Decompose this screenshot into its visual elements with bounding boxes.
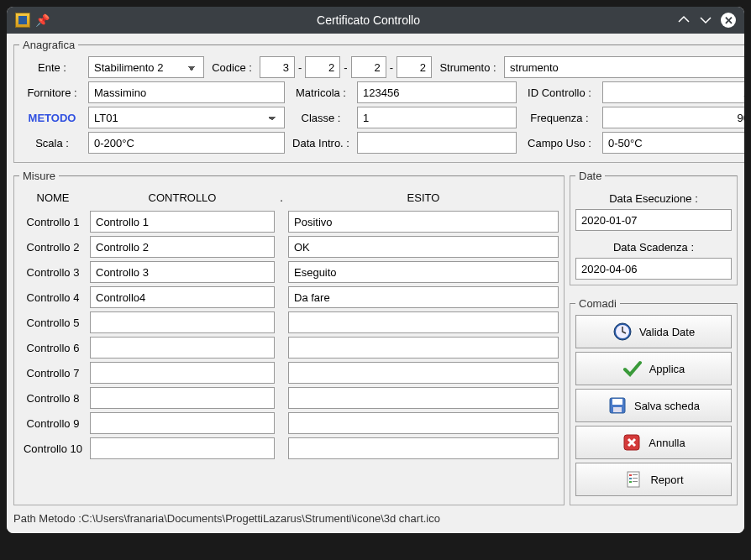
- svg-rect-3: [612, 399, 622, 405]
- campouso-label: Campo Uso :: [520, 132, 599, 154]
- comandi-group: Comadi Valida Date Applica Salva scheda: [570, 297, 738, 505]
- misure-row: Controllo 6: [19, 337, 559, 359]
- esito-input[interactable]: [288, 337, 559, 359]
- campouso-input[interactable]: [602, 132, 744, 154]
- metodo-select[interactable]: LT01: [88, 107, 285, 128]
- idcontrollo-input[interactable]: [602, 81, 744, 103]
- report-button[interactable]: Report: [575, 463, 732, 496]
- scala-label: Scala :: [19, 132, 85, 154]
- misure-row: Controllo 8: [19, 387, 559, 409]
- cancel-icon: [622, 432, 642, 453]
- controllo-input[interactable]: [90, 412, 275, 434]
- strumento-label: Strumento :: [435, 56, 501, 78]
- controllo-input[interactable]: [90, 311, 275, 333]
- svg-rect-9: [629, 478, 632, 479]
- strumento-input[interactable]: [504, 56, 744, 78]
- maximize-icon[interactable]: [699, 13, 712, 27]
- classe-input[interactable]: [357, 107, 517, 128]
- controllo-input[interactable]: [90, 211, 275, 233]
- esito-input[interactable]: [288, 412, 559, 434]
- save-icon: [607, 395, 628, 416]
- ente-label: Ente :: [19, 56, 85, 78]
- misure-row-label: Controllo 7: [19, 362, 87, 384]
- esecuzione-label: Data Esecuzione :: [575, 187, 732, 209]
- report-icon: [623, 469, 643, 489]
- esito-input[interactable]: [288, 311, 559, 333]
- frequenza-input[interactable]: [602, 107, 744, 128]
- codice-part-4[interactable]: [397, 56, 432, 78]
- svg-rect-11: [629, 481, 632, 483]
- svg-rect-10: [633, 478, 638, 479]
- svg-rect-7: [629, 474, 632, 476]
- hdr-nome: NOME: [19, 187, 87, 207]
- esecuzione-input[interactable]: [575, 209, 732, 231]
- scala-input[interactable]: [88, 132, 285, 154]
- misure-row: Controllo 5: [19, 311, 559, 333]
- svg-rect-4: [613, 407, 622, 412]
- misure-row-label: Controllo 3: [19, 261, 87, 283]
- misure-row-label: Controllo 10: [19, 437, 87, 459]
- close-icon[interactable]: ✕: [721, 13, 736, 28]
- svg-rect-12: [633, 481, 638, 482]
- ente-select[interactable]: Stabilimento 2: [88, 56, 204, 78]
- salva-scheda-button[interactable]: Salva scheda: [575, 389, 732, 422]
- misure-row-label: Controllo 9: [19, 412, 87, 434]
- controllo-input[interactable]: [90, 337, 275, 359]
- misure-row-label: Controllo 8: [19, 387, 87, 409]
- esito-input[interactable]: [288, 211, 559, 233]
- esito-input[interactable]: [288, 437, 559, 459]
- misure-row: Controllo 9: [19, 412, 559, 434]
- scadenza-input[interactable]: [575, 258, 732, 280]
- path-metodo: Path Metodo :C:\Users\franaria\Documents…: [13, 510, 738, 525]
- matricola-input[interactable]: [357, 81, 517, 103]
- misure-row: Controllo 4: [19, 286, 559, 308]
- misure-row: Controllo 7: [19, 362, 559, 384]
- dataintro-input[interactable]: [357, 132, 517, 154]
- esito-input[interactable]: [288, 286, 559, 308]
- codice-part-2[interactable]: [305, 56, 340, 78]
- controllo-input[interactable]: [90, 286, 275, 308]
- valida-date-button[interactable]: Valida Date: [575, 315, 732, 348]
- hdr-controllo: CONTROLLO: [90, 187, 275, 207]
- esito-input[interactable]: [288, 387, 559, 409]
- codice-part-3[interactable]: [351, 56, 386, 78]
- matricola-label: Matricola :: [288, 81, 354, 103]
- misure-row: Controllo 10: [19, 437, 559, 459]
- idcontrollo-label: ID Controllo :: [520, 81, 599, 103]
- misure-row: Controllo 1: [19, 211, 559, 233]
- esito-input[interactable]: [288, 261, 559, 283]
- misure-row-label: Controllo 1: [19, 211, 87, 233]
- date-legend: Date: [575, 170, 605, 182]
- misure-row-label: Controllo 4: [19, 286, 87, 308]
- esito-input[interactable]: [288, 236, 559, 258]
- window-controls: ✕: [677, 13, 736, 28]
- controllo-input[interactable]: [90, 236, 275, 258]
- minimize-icon[interactable]: [677, 13, 691, 27]
- pin-icon[interactable]: 📌: [35, 13, 50, 27]
- fornitore-input[interactable]: [88, 81, 285, 103]
- codice-part-1[interactable]: [260, 56, 295, 78]
- fornitore-label: Fornitore :: [19, 81, 85, 103]
- misure-legend: Misure: [19, 170, 59, 182]
- controllo-input[interactable]: [90, 387, 275, 409]
- anagrafica-group: Anagrafica Ente : Stabilimento 2 Codice …: [13, 39, 744, 163]
- controllo-input[interactable]: [90, 362, 275, 384]
- codice-label: Codice :: [207, 56, 256, 78]
- metodo-button[interactable]: METODO: [19, 107, 85, 128]
- misure-row: Controllo 3: [19, 261, 559, 283]
- applica-button[interactable]: Applica: [575, 352, 732, 385]
- controllo-input[interactable]: [90, 437, 275, 459]
- frequenza-label: Frequenza :: [520, 107, 599, 128]
- svg-rect-8: [633, 474, 638, 475]
- annulla-button[interactable]: Annulla: [575, 426, 732, 459]
- misure-row: Controllo 2: [19, 236, 559, 258]
- hdr-dot: .: [278, 187, 285, 207]
- titlebar[interactable]: 📌 Certificato Controllo ✕: [7, 7, 744, 34]
- date-group: Date Data Esecuzione : Data Scadenza :: [570, 170, 738, 285]
- clock-icon: [612, 322, 633, 342]
- content-area: Anagrafica Ente : Stabilimento 2 Codice …: [7, 34, 744, 533]
- esito-input[interactable]: [288, 362, 559, 384]
- controllo-input[interactable]: [90, 261, 275, 283]
- hdr-esito: ESITO: [288, 187, 559, 207]
- dataintro-label: Data Intro. :: [288, 132, 354, 154]
